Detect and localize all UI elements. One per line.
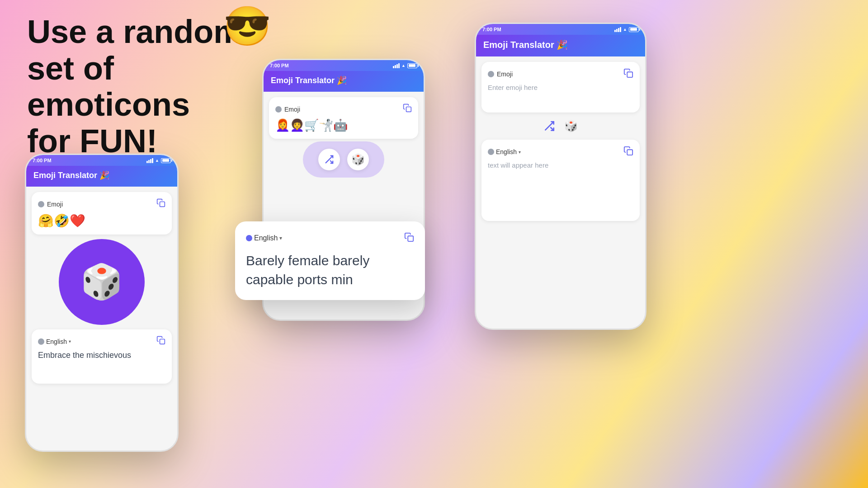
app-header-left: Emoji Translator 🎉	[26, 166, 177, 187]
svg-rect-9	[408, 236, 413, 241]
copy-icon-output-left[interactable]	[156, 336, 165, 347]
svg-rect-1	[160, 339, 165, 344]
emoji-label-right: Emoji	[497, 70, 513, 78]
emoji-card-center: Emoji 👩‍🦰👩‍🦱🛒🤺🤖	[269, 97, 418, 139]
emoji-badge-left: Emoji	[38, 201, 63, 208]
popup-lang-selector[interactable]: English ▾	[246, 234, 282, 242]
hero-section: Use a random 😎 set of emoticons for FUN!	[27, 14, 262, 160]
output-placeholder-right: text will appear here	[488, 161, 633, 169]
svg-rect-0	[160, 202, 165, 207]
phone-left: 7:00 PM ▲ Emoji Translator 🎉 Emo	[25, 154, 179, 452]
svg-rect-8	[627, 150, 632, 155]
hero-title: Use a random 😎 set of emoticons for FUN!	[27, 14, 262, 160]
svg-rect-2	[406, 107, 411, 112]
app-title-right: Emoji Translator 🎉	[483, 40, 568, 50]
lang-label-left: English	[46, 338, 67, 345]
emoji-badge-center: Emoji	[275, 106, 300, 113]
lang-selector-right[interactable]: English ▾	[488, 148, 521, 155]
dice-circle-left[interactable]: 🎲	[59, 239, 145, 325]
shuffle-btn-center[interactable]	[318, 149, 340, 170]
phone-right: 7:00 PM ▲ Emoji Translator 🎉 Emoji	[475, 23, 646, 330]
emoji-label-center: Emoji	[284, 106, 300, 113]
copy-icon-right[interactable]	[623, 68, 633, 80]
emoji-label-left: Emoji	[47, 201, 63, 208]
phone-content-center: Emoji 👩‍🦰👩‍🦱🛒🤺🤖 🎲	[264, 92, 424, 179]
emoji-badge-right: Emoji	[488, 70, 513, 78]
phone-content-right: Emoji Enter emoji here 🎲 English ▾	[476, 56, 645, 226]
hero-line1: Use a random	[27, 14, 242, 50]
app-header-right: Emoji Translator 🎉	[476, 35, 645, 56]
popup-lang-label: English	[254, 234, 278, 242]
output-text-left: Embrace the mischievous	[38, 351, 165, 360]
lang-selector-left[interactable]: English ▾	[38, 338, 71, 345]
app-title-left: Emoji Translator 🎉	[33, 171, 109, 180]
hero-line2: set of emoticons	[27, 50, 190, 123]
emoji-card-right: Emoji Enter emoji here	[481, 62, 640, 113]
hero-line3: for FUN!	[27, 123, 157, 159]
shuffle-btn-right[interactable]	[543, 120, 555, 132]
status-bar-right: 7:00 PM ▲	[476, 24, 645, 35]
emoji-content-left: 🤗🤣❤️	[38, 213, 165, 228]
app-title-center: Emoji Translator 🎉	[271, 76, 347, 85]
app-header-center: Emoji Translator 🎉	[264, 71, 424, 92]
copy-icon-left[interactable]	[156, 198, 165, 210]
lang-label-right: English	[496, 148, 517, 155]
dice-btn-center[interactable]: 🎲	[347, 149, 369, 170]
output-card-right: English ▾ text will appear here	[481, 140, 640, 221]
phone-content-left: Emoji 🤗🤣❤️ 🎲 English ▾	[26, 187, 177, 389]
sunglasses-emoji: 😎	[223, 5, 271, 47]
emoji-placeholder-right: Enter emoji here	[488, 84, 633, 106]
dice-btn-right[interactable]: 🎲	[564, 120, 578, 132]
copy-icon-output-right[interactable]	[623, 146, 633, 158]
time-center: 7:00 PM	[270, 63, 289, 68]
status-bar-center: 7:00 PM ▲	[264, 60, 424, 71]
popup-translation-text: Barely female barely capable ports min	[246, 251, 414, 289]
popup-translation-card: English ▾ Barely female barely capable p…	[235, 221, 425, 300]
time-right: 7:00 PM	[482, 27, 501, 32]
copy-icon-center[interactable]	[403, 103, 412, 115]
popup-copy-icon[interactable]	[404, 232, 414, 244]
popup-header: English ▾	[246, 232, 414, 244]
emoji-content-center: 👩‍🦰👩‍🦱🛒🤺🤖	[275, 118, 412, 132]
emoji-card-left: Emoji 🤗🤣❤️	[32, 192, 172, 235]
output-card-left: English ▾ Embrace the mischievous	[32, 329, 172, 384]
svg-rect-5	[627, 72, 632, 77]
